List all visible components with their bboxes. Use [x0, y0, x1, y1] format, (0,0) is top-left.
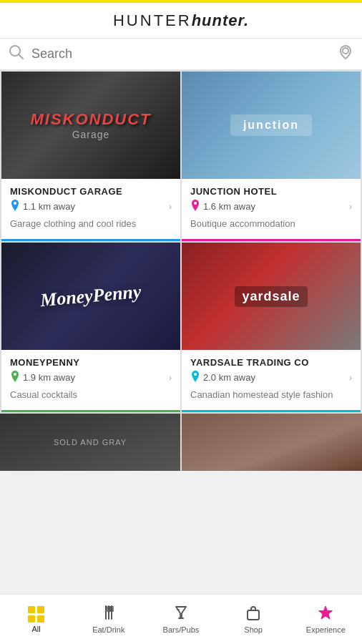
partial-image-right [182, 414, 362, 471]
cutlery-icon [101, 605, 117, 623]
nav-item-bars[interactable]: Bars/Pubs [160, 605, 202, 634]
card-moneypenny[interactable]: MoneyPenny MONEYPENNY 1.9 km away › Casu… [1, 243, 180, 412]
card-distance-yardsale: 2.0 km away › [190, 371, 352, 384]
nav-label-shop: Shop [244, 625, 263, 634]
pin-icon-moneypenny [10, 371, 20, 384]
svg-point-6 [194, 373, 197, 376]
card-desc-yardsale: Canadian homestead style fashion [190, 389, 352, 401]
location-icon[interactable] [338, 44, 353, 64]
app-header: HUNTERhunter. [0, 3, 362, 39]
card-image-junction: junction [182, 72, 361, 179]
nav-item-experience[interactable]: Experience [304, 605, 347, 634]
svg-marker-15 [319, 606, 333, 619]
card-image-miskonduct: MISKONDUCT Garage [1, 72, 180, 179]
card-desc-miskonduct: Garage clothing and cool rides [10, 218, 172, 230]
card-title-miskonduct: MISKONDUCT GARAGE [10, 186, 172, 197]
card-junction[interactable]: junction JUNCTION HOTEL 1.6 km away › Bo… [182, 72, 361, 241]
nav-item-all[interactable]: All [15, 606, 58, 633]
card-distance-moneypenny: 1.9 km away › [10, 371, 172, 384]
yardsale-sign: yardsale [235, 286, 307, 307]
partial-cards-grid: SOLD AND GRAY [0, 414, 362, 471]
search-input[interactable] [31, 47, 331, 62]
card-yardsale[interactable]: yardsale YARDSALE TRADING CO 2.0 km away… [182, 243, 361, 412]
svg-point-3 [14, 202, 16, 205]
card-distance-junction: 1.6 km away › [190, 200, 352, 213]
chevron-miskonduct: › [169, 202, 172, 212]
card-image-yardsale: yardsale [182, 243, 361, 350]
all-icon [28, 606, 44, 623]
card-title-yardsale: YARDSALE TRADING CO [190, 357, 352, 368]
card-content-moneypenny: MONEYPENNY 1.9 km away › Casual cocktail… [1, 350, 180, 410]
card-content-miskonduct: MISKONDUCT GARAGE 1.1 km away › Garage c… [1, 179, 180, 239]
nav-item-shop[interactable]: Shop [232, 605, 275, 634]
card-image-moneypenny: MoneyPenny [1, 243, 180, 350]
pin-icon-miskonduct [10, 200, 20, 213]
chevron-junction: › [349, 202, 352, 212]
pin-icon-yardsale [190, 371, 200, 384]
svg-rect-14 [248, 610, 259, 620]
card-partial-right[interactable] [182, 414, 362, 471]
star-icon [318, 605, 333, 623]
card-desc-junction: Boutique accommodation [190, 218, 352, 230]
nav-label-experience: Experience [306, 625, 346, 634]
moneypenny-sign: MoneyPenny [39, 281, 142, 311]
svg-line-1 [19, 55, 24, 59]
card-content-junction: JUNCTION HOTEL 1.6 km away › Boutique ac… [182, 179, 361, 239]
card-desc-moneypenny: Casual cocktails [10, 389, 172, 401]
cards-grid: MISKONDUCT Garage MISKONDUCT GARAGE 1.1 … [0, 70, 362, 414]
svg-marker-11 [176, 607, 186, 618]
card-miskonduct[interactable]: MISKONDUCT Garage MISKONDUCT GARAGE 1.1 … [1, 72, 180, 241]
chevron-moneypenny: › [169, 373, 172, 383]
junction-sign: junction [230, 114, 312, 136]
app-logo: HUNTERhunter. [113, 11, 249, 30]
bag-icon [245, 605, 261, 623]
nav-label-bars: Bars/Pubs [163, 625, 200, 634]
logo-light: HUNTER [113, 11, 192, 29]
svg-point-4 [194, 202, 197, 205]
search-bar [0, 39, 362, 70]
pin-icon-junction [190, 200, 200, 213]
nav-label-eat: Eat/Drink [92, 625, 124, 634]
logo-bold: hunter. [192, 11, 249, 29]
search-icon [9, 44, 24, 64]
card-title-junction: JUNCTION HOTEL [190, 186, 352, 197]
partial-image-left: SOLD AND GRAY [0, 414, 180, 471]
chevron-yardsale: › [349, 373, 352, 383]
svg-point-2 [343, 48, 348, 54]
nav-item-eat[interactable]: Eat/Drink [87, 605, 130, 634]
bottom-navigation: All Eat/Drink Bars/Pubs [0, 594, 362, 644]
card-partial-left[interactable]: SOLD AND GRAY [0, 414, 180, 471]
nav-label-all: All [31, 625, 40, 633]
svg-point-5 [14, 373, 16, 376]
card-content-yardsale: YARDSALE TRADING CO 2.0 km away › Canadi… [182, 350, 361, 410]
card-title-moneypenny: MONEYPENNY [10, 357, 172, 368]
cocktail-icon [173, 605, 189, 623]
card-distance-miskonduct: 1.1 km away › [10, 200, 172, 213]
